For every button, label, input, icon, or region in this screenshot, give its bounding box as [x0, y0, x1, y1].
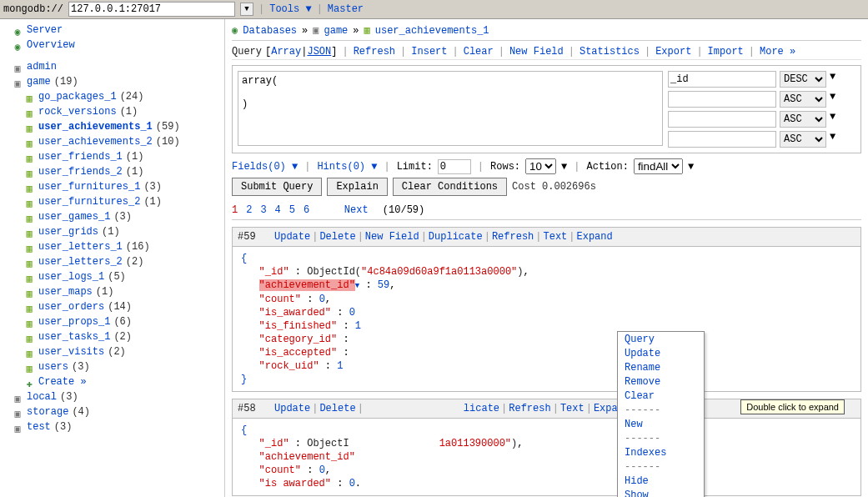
doc-duplicate-partial[interactable]: licate — [464, 403, 499, 414]
rows-select[interactable]: 10 — [525, 158, 556, 174]
doc-expand[interactable]: Expand — [577, 231, 613, 243]
collection-link[interactable]: user_maps — [38, 284, 93, 299]
chevron-down-icon: ▼ — [830, 71, 835, 88]
db-link[interactable]: storage — [27, 404, 68, 419]
document-body[interactable]: { "_id" : ObjectId("4c84a09d60a9f1a0113a… — [233, 247, 860, 391]
ctx-show[interactable]: Show — [618, 488, 704, 497]
page-link[interactable]: 2 — [246, 204, 252, 216]
create-link[interactable]: Create » — [38, 374, 87, 389]
collection-link[interactable]: user_letters_2 — [38, 254, 123, 269]
sort-dir-0[interactable]: DESC — [780, 71, 826, 88]
db-link[interactable]: local — [27, 389, 57, 404]
limit-input[interactable] — [438, 159, 471, 174]
explain-button[interactable]: Explain — [327, 178, 387, 196]
ctx-hide[interactable]: Hide — [618, 474, 704, 488]
sort-field-1[interactable] — [668, 91, 776, 108]
page-link[interactable]: 4 — [275, 204, 281, 216]
collection-link[interactable]: user_achievements_2 — [38, 134, 153, 149]
sort-field-3[interactable] — [668, 131, 776, 148]
chevron-down-icon: ▼ — [830, 91, 835, 108]
ctx-rename[interactable]: Rename — [618, 360, 704, 374]
next-page[interactable]: Next — [344, 204, 369, 216]
collection-link[interactable]: user_orders — [38, 299, 104, 314]
fields-toggle[interactable]: Fields(0) ▼ — [232, 161, 298, 173]
ctx-indexes[interactable]: Indexes — [618, 445, 704, 459]
import-link[interactable]: Import — [708, 46, 744, 58]
ctx-remove[interactable]: Remove — [618, 374, 704, 389]
doc-text[interactable]: Text — [544, 231, 568, 243]
statistics-link[interactable]: Statistics — [580, 46, 640, 58]
ctx-new[interactable]: New — [618, 417, 704, 431]
conn-dropdown[interactable]: ▼ — [240, 3, 253, 16]
sort-field-2[interactable] — [668, 111, 776, 128]
ctx-update[interactable]: Update — [618, 346, 704, 360]
collection-link[interactable]: user_achievements_1 — [38, 119, 153, 134]
collection-icon: ▦ — [23, 332, 35, 342]
hints-toggle[interactable]: Hints(0) ▼ — [317, 161, 377, 173]
action-select[interactable]: findAll — [634, 158, 683, 174]
bc-collection[interactable]: user_achievements_1 — [375, 25, 489, 37]
ctx-clear[interactable]: Clear — [618, 389, 704, 403]
collection-link[interactable]: go_packages_1 — [38, 89, 117, 104]
sort-columns: DESC▼ASC▼ASC▼ASC▼ — [668, 71, 835, 148]
collection-link[interactable]: user_logs_1 — [38, 269, 104, 284]
sort-dir-3[interactable]: ASC — [780, 131, 826, 148]
doc-refresh[interactable]: Refresh — [492, 231, 534, 243]
page-link[interactable]: 3 — [260, 204, 266, 216]
document-body[interactable]: { "_id" : ObjectI1a011390000"), "achieve… — [233, 419, 860, 495]
clear-conditions-button[interactable]: Clear Conditions — [393, 178, 507, 196]
doc-newfield[interactable]: New Field — [365, 231, 419, 243]
collection-link[interactable]: user_visits — [38, 344, 104, 359]
collection-link[interactable]: users — [38, 359, 68, 374]
more-link[interactable]: More » — [760, 46, 795, 58]
collection-link[interactable]: user_furnitures_2 — [38, 194, 140, 209]
conn-input[interactable] — [68, 2, 235, 17]
collection-link[interactable]: user_friends_2 — [38, 164, 123, 179]
collection-link[interactable]: user_letters_1 — [38, 239, 123, 254]
page-link[interactable]: 6 — [304, 204, 309, 216]
sort-dir-2[interactable]: ASC — [780, 111, 826, 128]
doc-duplicate[interactable]: Duplicate — [429, 231, 483, 243]
tab-json[interactable]: JSON — [307, 46, 331, 58]
doc-delete[interactable]: Delete — [319, 231, 355, 243]
doc-update[interactable]: Update — [274, 231, 310, 243]
master-link[interactable]: Master — [328, 3, 364, 15]
db-game[interactable]: game — [27, 74, 51, 89]
server-link[interactable]: Server — [27, 23, 63, 38]
doc-text[interactable]: Text — [560, 403, 585, 414]
field-achievement-id[interactable]: "achievement_id" — [259, 279, 355, 291]
page-link[interactable]: 5 — [289, 204, 295, 216]
tools-menu[interactable]: Tools ▼ — [269, 3, 311, 15]
sort-dir-1[interactable]: ASC — [780, 91, 826, 108]
refresh-link[interactable]: Refresh — [354, 46, 395, 58]
field-menu-trigger[interactable]: ▼ — [355, 282, 359, 290]
collection-link[interactable]: user_friends_1 — [38, 149, 123, 164]
ctx-query[interactable]: Query — [618, 332, 704, 346]
document-box: #59 Update | Delete | New Field | Duplic… — [232, 227, 861, 392]
newfield-link[interactable]: New Field — [509, 46, 564, 58]
bc-databases[interactable]: Databases — [243, 25, 297, 37]
collection-link[interactable]: user_games_1 — [38, 209, 110, 224]
collection-link[interactable]: user_furnitures_1 — [38, 179, 140, 194]
chevron-down-icon: ▼ — [830, 111, 835, 128]
collection-link[interactable]: user_grids — [38, 224, 98, 239]
insert-link[interactable]: Insert — [411, 46, 447, 58]
collection-link[interactable]: rock_versions — [38, 104, 117, 119]
db-link[interactable]: test — [27, 419, 51, 434]
tab-array[interactable]: Array — [271, 46, 301, 58]
query-input[interactable]: array( ) — [238, 71, 663, 146]
doc-refresh[interactable]: Refresh — [509, 403, 550, 414]
collection-icon: ▦ — [23, 317, 35, 327]
collection-link[interactable]: user_tasks_1 — [38, 329, 110, 344]
sort-field-0[interactable] — [668, 71, 776, 88]
clear-link[interactable]: Clear — [464, 46, 494, 58]
overview-link[interactable]: Overview — [27, 38, 75, 53]
export-link[interactable]: Export — [655, 46, 691, 58]
collection-link[interactable]: user_props_1 — [38, 314, 110, 329]
doc-delete[interactable]: Delete — [319, 403, 355, 414]
doc-update[interactable]: Update — [274, 403, 310, 414]
bc-db[interactable]: game — [324, 25, 348, 37]
submit-query-button[interactable]: Submit Query — [232, 178, 322, 196]
db-admin[interactable]: admin — [27, 59, 57, 74]
collection-icon: ▦ — [23, 137, 35, 147]
